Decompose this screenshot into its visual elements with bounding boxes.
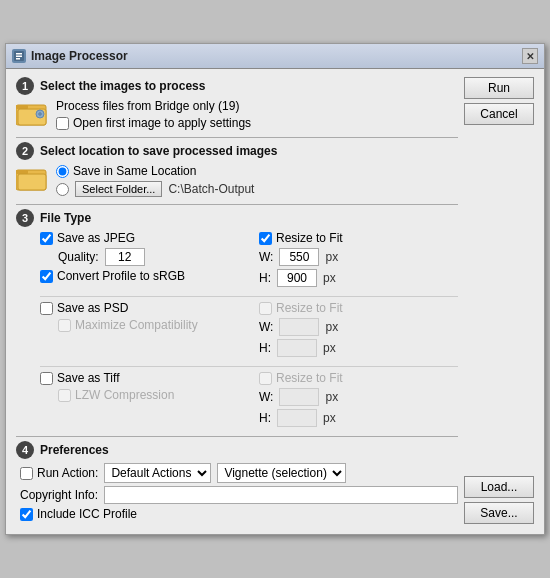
section3-body: Save as JPEG Quality: 12: [16, 231, 458, 430]
section4: 4 Preferences Run Action: Default Action…: [16, 441, 458, 521]
jpeg-resize-label[interactable]: Resize to Fit: [259, 231, 343, 245]
quality-input[interactable]: 12: [105, 248, 145, 266]
section3: 3 File Type Save as JP: [16, 209, 458, 430]
save-psd-text: Save as PSD: [57, 301, 128, 315]
save-same-location-radio[interactable]: [56, 165, 69, 178]
save-button[interactable]: Save...: [464, 502, 534, 524]
title-bar: Image Processor ✕: [6, 44, 544, 69]
open-first-image-row: Open first image to apply settings: [56, 116, 251, 130]
save-tiff-checkbox[interactable]: [40, 372, 53, 385]
maximize-compat-label[interactable]: Maximize Compatibility: [58, 318, 198, 332]
psd-w-input: [279, 318, 319, 336]
tiff-resize-text: Resize to Fit: [276, 371, 343, 385]
tiff-w-input: [279, 388, 319, 406]
maximize-compat-checkbox[interactable]: [58, 319, 71, 332]
jpeg-left: Save as JPEG Quality: 12: [40, 231, 239, 286]
psd-right: Resize to Fit W: px H:: [259, 301, 458, 360]
convert-profile-label[interactable]: Convert Profile to sRGB: [40, 269, 185, 283]
psd-left: Save as PSD Maximize Compatibility: [40, 301, 239, 335]
section3-header: 3 File Type: [16, 209, 458, 227]
tiff-h-label: H:: [259, 411, 271, 425]
action-dropdown[interactable]: Default Actions: [104, 463, 211, 483]
load-button[interactable]: Load...: [464, 476, 534, 498]
quality-row: Quality: 12: [40, 248, 239, 266]
psd-w-label: W:: [259, 320, 273, 334]
psd-row: Save as PSD Maximize Compatibility: [40, 301, 458, 360]
copyright-input[interactable]: [104, 486, 458, 504]
section2: 2 Select location to save processed imag…: [16, 142, 458, 200]
close-button[interactable]: ✕: [522, 48, 538, 64]
maximize-compat-row: Maximize Compatibility: [40, 318, 239, 332]
lzw-row: LZW Compression: [40, 388, 239, 402]
tiff-h-row: H: px: [259, 409, 458, 427]
lzw-label[interactable]: LZW Compression: [58, 388, 174, 402]
open-first-image-label[interactable]: Open first image to apply settings: [56, 116, 251, 130]
section2-content: Save in Same Location Select Folder... C…: [16, 164, 458, 200]
icc-label[interactable]: Include ICC Profile: [20, 507, 137, 521]
jpeg-px1: px: [325, 250, 338, 264]
tiff-h-input: [277, 409, 317, 427]
jpeg-resize-row: Resize to Fit: [259, 231, 458, 245]
window-icon: [12, 49, 26, 63]
cancel-button[interactable]: Cancel: [464, 103, 534, 125]
psd-subsection: Save as PSD Maximize Compatibility: [40, 301, 458, 360]
lzw-text: LZW Compression: [75, 388, 174, 402]
psd-px1: px: [325, 320, 338, 334]
psd-divider: [40, 296, 458, 297]
svg-rect-12: [18, 174, 46, 190]
section2-title: Select location to save processed images: [40, 144, 277, 158]
section2-options: Save in Same Location Select Folder... C…: [56, 164, 254, 200]
select-folder-button[interactable]: Select Folder...: [75, 181, 162, 197]
save-psd-label[interactable]: Save as PSD: [40, 301, 128, 315]
save-jpeg-text: Save as JPEG: [57, 231, 135, 245]
jpeg-w-input[interactable]: [279, 248, 319, 266]
select-folder-radio[interactable]: [56, 183, 69, 196]
save-same-location-text: Save in Same Location: [73, 164, 196, 178]
save-jpeg-checkbox[interactable]: [40, 232, 53, 245]
save-tiff-label[interactable]: Save as Tiff: [40, 371, 119, 385]
jpeg-w-label: W:: [259, 250, 273, 264]
jpeg-h-input[interactable]: [277, 269, 317, 287]
section4-header: 4 Preferences: [16, 441, 458, 459]
jpeg-row: Save as JPEG Quality: 12: [40, 231, 458, 290]
section1-content: Process files from Bridge only (19) Open…: [16, 99, 458, 133]
save-psd-checkbox[interactable]: [40, 302, 53, 315]
save-same-location-label[interactable]: Save in Same Location: [56, 164, 196, 178]
run-button[interactable]: Run: [464, 77, 534, 99]
dialog-content: 1 Select the images to process: [6, 69, 544, 534]
save-jpeg-label[interactable]: Save as JPEG: [40, 231, 135, 245]
copyright-label: Copyright Info:: [20, 488, 98, 502]
jpeg-h-label: H:: [259, 271, 271, 285]
run-action-label[interactable]: Run Action:: [20, 466, 98, 480]
select-folder-row: Select Folder... C:\Batch-Output: [56, 181, 254, 197]
tiff-resize-checkbox: [259, 372, 272, 385]
tiff-resize-label: Resize to Fit: [259, 371, 343, 385]
svg-rect-3: [16, 58, 20, 60]
tiff-left: Save as Tiff LZW Compression: [40, 371, 239, 405]
lzw-checkbox[interactable]: [58, 389, 71, 402]
convert-profile-checkbox[interactable]: [40, 270, 53, 283]
bridge-description: Process files from Bridge only (19): [56, 99, 239, 113]
tiff-px1: px: [325, 390, 338, 404]
vignette-dropdown[interactable]: Vignette (selection): [217, 463, 346, 483]
jpeg-resize-checkbox[interactable]: [259, 232, 272, 245]
save-psd-row: Save as PSD: [40, 301, 239, 315]
section2-number: 2: [16, 142, 34, 160]
jpeg-resize-text: Resize to Fit: [276, 231, 343, 245]
svg-rect-5: [16, 105, 28, 109]
psd-resize-checkbox: [259, 302, 272, 315]
divider1: [16, 137, 458, 138]
bridge-description-row: Process files from Bridge only (19): [56, 99, 251, 113]
icc-text: Include ICC Profile: [37, 507, 137, 521]
folder-icon1: [16, 99, 48, 127]
open-first-image-checkbox[interactable]: [56, 117, 69, 130]
icc-checkbox[interactable]: [20, 508, 33, 521]
run-action-checkbox[interactable]: [20, 467, 33, 480]
convert-profile-text: Convert Profile to sRGB: [57, 269, 185, 283]
psd-h-row: H: px: [259, 339, 458, 357]
section1-number: 1: [16, 77, 34, 95]
psd-w-row: W: px: [259, 318, 458, 336]
window-title: Image Processor: [31, 49, 128, 63]
tiff-w-label: W:: [259, 390, 273, 404]
quality-label: Quality:: [58, 250, 99, 264]
